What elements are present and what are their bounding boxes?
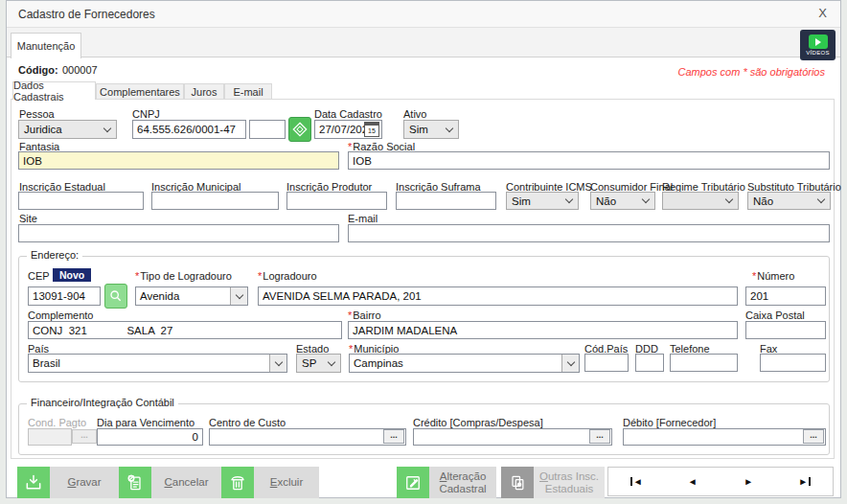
- cnpj-label: CNPJ: [132, 108, 160, 120]
- nav-first-button[interactable]: ◄: [608, 468, 665, 495]
- videos-label: VÍDEOS: [806, 50, 829, 56]
- tab-manutencao[interactable]: Manutenção: [11, 33, 81, 58]
- cnpj-extra-input[interactable]: [249, 120, 286, 139]
- email-input[interactable]: [348, 224, 830, 242]
- dia-vencimento-input[interactable]: [97, 428, 203, 446]
- tipo-logradouro-select[interactable]: Avenida: [135, 286, 248, 306]
- nav-next-button[interactable]: ►: [721, 468, 777, 495]
- cep-label: CEP: [28, 270, 50, 282]
- logradouro-label: *Logradouro: [258, 270, 317, 282]
- next-record-icon: ►: [744, 476, 753, 487]
- email-label: E-mail: [348, 213, 378, 224]
- inscricao-suframa-input[interactable]: [396, 192, 496, 210]
- inscricao-municipal-input[interactable]: [151, 192, 279, 210]
- fax-input[interactable]: [760, 354, 826, 372]
- tab-email[interactable]: E-mail: [224, 83, 272, 100]
- debito-input[interactable]: [623, 428, 826, 446]
- endereco-legend: Endereço:: [27, 249, 82, 261]
- combo-arrow-button[interactable]: [230, 287, 247, 305]
- tab-complementares[interactable]: Complementares: [96, 83, 184, 100]
- debito-browse-button[interactable]: ...: [803, 429, 824, 444]
- chevron-down-icon: [274, 357, 282, 365]
- chevron-down-icon: [328, 357, 335, 365]
- cep-search-button[interactable]: [104, 284, 127, 309]
- centro-custo-browse-button[interactable]: ...: [383, 429, 404, 444]
- ativo-value: Sim: [409, 124, 428, 135]
- logradouro-input[interactable]: [258, 286, 738, 306]
- credito-browse-button[interactable]: ...: [589, 429, 610, 444]
- chevron-down-icon: [103, 124, 111, 131]
- numero-input[interactable]: [745, 286, 826, 306]
- bairro-input[interactable]: [348, 321, 738, 339]
- last-record-icon: [809, 477, 811, 486]
- close-button[interactable]: X: [818, 6, 827, 20]
- telefone-input[interactable]: [670, 354, 738, 372]
- title-bar: Cadastro de Fornecedores X: [7, 1, 840, 28]
- cnpj-input[interactable]: [132, 120, 246, 139]
- complemento-input[interactable]: [28, 321, 342, 339]
- tipo-logradouro-label: *Tipo de Logradouro: [135, 270, 232, 282]
- chevron-down-icon: [642, 195, 650, 203]
- combo-arrow-button[interactable]: [269, 355, 286, 372]
- numero-label: *Número: [752, 270, 794, 282]
- cnpj-lookup-button[interactable]: [288, 117, 311, 142]
- site-input[interactable]: [18, 224, 339, 242]
- cond-pagto-label: Cond. Pagto: [28, 417, 86, 428]
- record-navigator: ◄ ◄ ► ►: [607, 467, 834, 496]
- chevron-down-icon: [725, 195, 733, 203]
- cond-pagto-input[interactable]: [28, 428, 72, 446]
- estado-select[interactable]: SP: [296, 354, 341, 373]
- caixa-postal-label: Caixa Postal: [745, 309, 805, 321]
- cond-pagto-browse-button[interactable]: ...: [72, 429, 97, 444]
- substituto-tributario-select[interactable]: Não: [747, 192, 831, 210]
- ativo-label: Ativo: [403, 108, 426, 120]
- chevron-down-icon: [235, 290, 242, 298]
- required-asterisk: *: [348, 309, 352, 321]
- debito-label: Débito [Fornecedor]: [623, 417, 716, 428]
- credito-input[interactable]: [413, 428, 612, 446]
- tab-juros[interactable]: Juros: [184, 83, 224, 100]
- outras-insc-estaduais-button[interactable]: Outras Insc. Estaduais: [501, 467, 605, 498]
- consumidor-final-select[interactable]: Não: [590, 192, 655, 210]
- municipio-select[interactable]: Campinas: [349, 354, 580, 373]
- cep-input[interactable]: [28, 286, 101, 306]
- nav-prev-button[interactable]: ◄: [665, 468, 721, 495]
- centro-custo-input[interactable]: [209, 428, 406, 446]
- pessoa-select[interactable]: Juridica: [18, 120, 117, 139]
- caixa-postal-input[interactable]: [745, 321, 826, 339]
- required-fields-note: Campos com * são obrigatórios: [678, 66, 825, 78]
- chevron-down-icon: [566, 357, 574, 365]
- required-asterisk: *: [258, 270, 262, 282]
- edit-pencil-icon: [397, 467, 429, 498]
- gravar-button[interactable]: Gravar: [17, 467, 119, 498]
- ddd-input[interactable]: [635, 354, 664, 372]
- cod-pais-input[interactable]: [584, 354, 629, 372]
- calendar-picker-button[interactable]: 15: [364, 122, 379, 137]
- contribuinte-icms-select[interactable]: Sim: [506, 192, 579, 210]
- chevron-down-icon: [817, 195, 825, 203]
- required-asterisk: *: [752, 270, 756, 282]
- save-icon: [17, 467, 50, 498]
- inscricao-estadual-input[interactable]: [18, 192, 144, 210]
- ativo-select[interactable]: Sim: [403, 120, 459, 139]
- nav-last-button[interactable]: ►: [777, 468, 834, 495]
- chevron-down-icon: [446, 124, 453, 131]
- inscricao-produtor-input[interactable]: [286, 192, 387, 210]
- data-cadastro-label: Data Cadastro: [314, 108, 382, 120]
- site-label: Site: [19, 213, 37, 224]
- regime-tributario-select[interactable]: [662, 192, 739, 210]
- codigo-value: 000007: [62, 64, 98, 76]
- cep-novo-badge: Novo: [53, 268, 91, 282]
- alteracao-cadastral-button[interactable]: Alteração Cadastral: [397, 467, 496, 498]
- cancel-document-icon: [119, 467, 151, 498]
- combo-arrow-button[interactable]: [561, 355, 579, 372]
- videos-button[interactable]: VÍDEOS: [800, 30, 836, 60]
- fantasia-input[interactable]: [18, 151, 339, 170]
- razao-social-input[interactable]: [348, 151, 830, 170]
- complemento-label: Complemento: [28, 309, 93, 321]
- tab-dados-cadastrais[interactable]: Dados Cadastrais: [12, 81, 96, 100]
- bank-emblem-icon: [291, 121, 309, 138]
- pais-select[interactable]: Brasil: [28, 354, 287, 373]
- cancelar-button[interactable]: Cancelar: [119, 467, 221, 498]
- excluir-button[interactable]: Excluir: [221, 467, 319, 498]
